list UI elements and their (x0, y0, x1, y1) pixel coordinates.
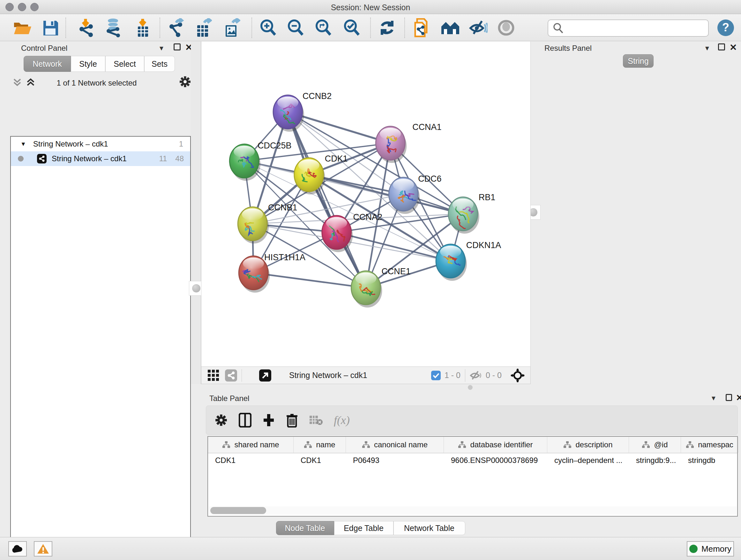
warnings-button[interactable] (34, 541, 52, 557)
search-icon (553, 22, 563, 34)
import-database-button[interactable] (103, 17, 124, 38)
control-panel-title: Control Panel (21, 44, 67, 53)
zoom-fit-button[interactable] (313, 17, 333, 38)
tab-network-table[interactable]: Network Table (394, 521, 465, 535)
table-panel-close-icon[interactable]: ✕ (736, 393, 741, 403)
hidden-eye-icon[interactable] (470, 370, 482, 381)
table-hscrollbar-thumb[interactable] (210, 507, 266, 514)
table-cell: 9606.ENSP00000378699 (444, 453, 547, 468)
function-builder-icon[interactable]: f(x) (334, 414, 350, 427)
cloud-button[interactable] (8, 541, 27, 557)
network-canvas[interactable]: CCNB2CCNA1CDC25BCDK1CDC6RB1CCNB1CCNA2CDK… (201, 42, 531, 367)
table-cell: CDK1 (293, 453, 346, 468)
network-node-RB1[interactable]: RB1 (448, 192, 495, 234)
pan-crosshair-icon[interactable] (511, 368, 525, 382)
memory-button[interactable]: Memory (687, 541, 734, 557)
zoom-in-button[interactable] (258, 17, 278, 38)
node-label-CDK1: CDK1 (325, 154, 348, 164)
network-status-dot-icon (18, 156, 23, 162)
zoom-in-icon (259, 19, 277, 37)
tab-select[interactable]: Select (105, 56, 144, 72)
separator (242, 369, 242, 382)
table-body: CDK1CDK1P064939606.ENSP00000378699cyclin… (208, 453, 737, 468)
network-node-CCNA1[interactable]: CCNA1 (376, 122, 441, 163)
clone-network-button[interactable] (411, 17, 431, 38)
copy-network-icon (413, 18, 430, 37)
results-panel-menu-arrow-icon[interactable]: ▼ (704, 45, 711, 52)
delete-column-trash-icon[interactable] (286, 413, 298, 428)
network-node-CCNB1[interactable]: CCNB1 (238, 203, 297, 244)
show-all-button[interactable] (496, 17, 516, 38)
svg-text:?: ? (722, 21, 729, 34)
save-session-button[interactable] (40, 17, 61, 38)
search-input[interactable] (563, 23, 701, 33)
results-panel-close-icon[interactable]: ✕ (730, 42, 737, 53)
network-collection-row[interactable]: ▼ String Network – cdk1 1 (11, 137, 190, 151)
network-edge-HIST1H1A-CCNE1[interactable] (253, 273, 366, 288)
control-panel-menu-arrow-icon[interactable]: ▼ (158, 45, 165, 52)
open-session-button[interactable] (12, 17, 32, 38)
table-cell: cyclin–dependent ... (547, 453, 629, 468)
tab-network[interactable]: Network (23, 56, 71, 72)
refresh-button[interactable] (377, 17, 397, 38)
zoom-out-button[interactable] (285, 17, 306, 38)
help-button[interactable]: ? (716, 17, 736, 38)
column-header-databaseidentifier[interactable]: database identifier (444, 437, 547, 453)
tab-node-table[interactable]: Node Table (276, 521, 334, 535)
network-node-CDKN1A[interactable]: CDKN1A (436, 240, 501, 281)
control-panel-float-icon[interactable] (174, 44, 181, 51)
export-table-button[interactable] (193, 17, 213, 38)
status-bar: Memory (0, 537, 741, 560)
collection-expand-arrow-icon[interactable]: ▼ (20, 141, 26, 147)
export-table-icon (195, 18, 212, 37)
table-panel-menu-arrow-icon[interactable]: ▼ (711, 395, 717, 402)
hide-selected-button[interactable] (468, 17, 488, 38)
horizontal-splitter-handle[interactable] (468, 385, 473, 390)
zoom-selected-button[interactable] (341, 17, 362, 38)
cloud-icon (11, 544, 24, 553)
show-columns-icon[interactable] (239, 413, 252, 428)
network-options-gear-icon[interactable] (179, 75, 192, 88)
tab-sets[interactable]: Sets (144, 56, 175, 72)
network-edge-count: 48 (175, 154, 184, 163)
eye-slash-icon (469, 20, 488, 36)
left-splitter[interactable] (191, 42, 201, 384)
table-panel-float-icon[interactable] (726, 394, 732, 401)
selected-checkbox[interactable] (431, 371, 441, 380)
network-node-HIST1H1A[interactable]: HIST1H1A (239, 253, 306, 293)
column-header-namespac[interactable]: namespac (681, 437, 738, 453)
toolbar-separator (404, 17, 405, 38)
results-panel-float-icon[interactable] (718, 44, 725, 51)
import-network-icon (78, 18, 95, 37)
table-hscrollbar[interactable] (209, 506, 737, 515)
birdseye-share-icon[interactable] (225, 369, 237, 381)
export-network-button[interactable] (165, 17, 186, 38)
grid-view-icon[interactable] (208, 370, 219, 381)
column-header-canonicalname[interactable]: canonical name (346, 437, 444, 453)
network-node-CCNE1[interactable]: CCNE1 (351, 266, 411, 308)
column-header-id[interactable]: @id (629, 437, 681, 453)
network-row-selected[interactable]: String Network – cdk1 11 48 (11, 151, 190, 166)
tab-style[interactable]: Style (71, 56, 105, 72)
open-in-window-icon[interactable] (259, 369, 271, 381)
import-network-button[interactable] (76, 17, 97, 38)
add-column-icon[interactable] (262, 413, 275, 428)
export-image-button[interactable] (221, 17, 242, 38)
network-view-title: String Network – cdk1 (289, 371, 367, 380)
import-table-button[interactable] (132, 17, 153, 38)
memory-label: Memory (701, 544, 731, 554)
search-field[interactable] (548, 19, 709, 37)
network-node-CDC25B[interactable]: CDC25B (229, 141, 291, 181)
column-header-sharedname[interactable]: shared name (208, 437, 293, 453)
table-settings-gear-icon[interactable] (214, 414, 228, 427)
tab-string[interactable]: String (623, 54, 654, 68)
network-node-CDK1[interactable]: CDK1 (294, 154, 348, 194)
delete-table-icon[interactable] (309, 415, 323, 426)
column-header-description[interactable]: description (547, 437, 629, 453)
network-node-CDC6[interactable]: CDC6 (389, 174, 441, 214)
first-neighbors-button[interactable] (440, 17, 461, 38)
table-row[interactable]: CDK1CDK1P064939606.ENSP00000378699cyclin… (208, 453, 737, 468)
open-folder-icon (13, 20, 31, 36)
column-header-name[interactable]: name (293, 437, 346, 453)
tab-edge-table[interactable]: Edge Table (334, 521, 394, 535)
